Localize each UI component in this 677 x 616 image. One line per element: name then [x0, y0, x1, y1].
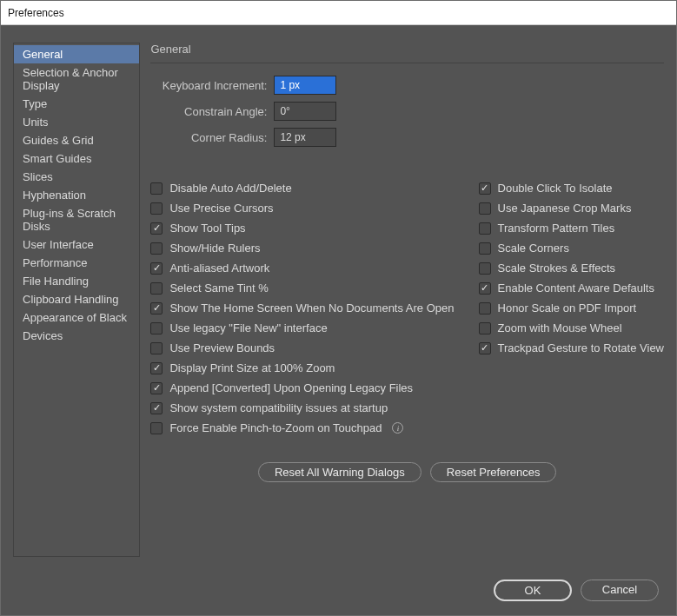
checkbox-row[interactable]: Use Preview Bounds: [150, 341, 454, 354]
section-title: General: [150, 43, 664, 63]
checkbox-label: Disable Auto Add/Delete: [169, 182, 291, 195]
checkbox-row[interactable]: Scale Corners: [479, 242, 664, 255]
checkbox-label: Show The Home Screen When No Documents A…: [169, 301, 454, 315]
checkbox-label: Enable Content Aware Defaults: [498, 282, 654, 295]
checkbox[interactable]: [150, 282, 163, 295]
checkbox-label: Select Same Tint %: [169, 282, 268, 295]
field-constrain-angle: Constrain Angle: 0°: [150, 102, 664, 121]
ok-button[interactable]: OK: [494, 580, 572, 601]
checkbox[interactable]: [479, 242, 491, 255]
checkbox[interactable]: [479, 262, 491, 275]
sidebar-item-type[interactable]: Type: [14, 95, 139, 113]
checkbox-label: Use Precise Cursors: [169, 202, 273, 215]
checkbox[interactable]: [150, 222, 163, 235]
checkbox[interactable]: [150, 382, 163, 394]
checkbox-label: Use Japanese Crop Marks: [498, 202, 632, 215]
checkbox[interactable]: [150, 182, 163, 195]
checkbox-row[interactable]: Zoom with Mouse Wheel: [479, 321, 664, 334]
checkbox-label: Anti-aliased Artwork: [169, 262, 269, 275]
input-keyboard-increment[interactable]: 1 px: [274, 76, 336, 95]
sidebar-item-units[interactable]: Units: [14, 113, 139, 131]
sidebar-item-appearance-of-black[interactable]: Appearance of Black: [14, 308, 139, 327]
checkbox[interactable]: [150, 362, 163, 374]
label-corner-radius: Corner Radius:: [150, 131, 267, 144]
cancel-button[interactable]: Cancel: [581, 580, 659, 601]
checkbox-label: Show Tool Tips: [169, 222, 245, 235]
checkbox[interactable]: [150, 242, 163, 255]
sidebar-item-smart-guides[interactable]: Smart Guides: [14, 149, 139, 168]
checkbox[interactable]: [150, 402, 163, 414]
checkbox-label: Show/Hide Rulers: [169, 242, 260, 255]
dialog-body: GeneralSelection & Anchor DisplayTypeUni…: [1, 25, 676, 615]
checkbox-label: Scale Strokes & Effects: [498, 262, 616, 275]
checkbox-label: Honor Scale on PDF Import: [498, 301, 637, 315]
checkbox[interactable]: [150, 262, 163, 275]
checkbox[interactable]: [479, 302, 491, 315]
checkbox-label: Display Print Size at 100% Zoom: [169, 361, 335, 374]
checkbox-row[interactable]: Anti-aliased Artwork: [150, 262, 454, 275]
checkbox[interactable]: [150, 422, 163, 434]
field-keyboard-increment: Keyboard Increment: 1 px: [150, 76, 664, 95]
checkbox-label: Trackpad Gesture to Rotate View: [498, 341, 664, 354]
main-panel: General Keyboard Increment: 1 px Constra…: [150, 43, 664, 569]
sidebar-item-user-interface[interactable]: User Interface: [14, 235, 139, 254]
checkbox-column-left: Disable Auto Add/DeleteUse Precise Curso…: [150, 182, 454, 434]
checkbox-row[interactable]: Honor Scale on PDF Import: [479, 301, 664, 315]
checkbox-row[interactable]: Show Tool Tips: [150, 222, 454, 235]
reset-buttons-row: Reset All Warning Dialogs Reset Preferen…: [150, 462, 664, 482]
checkbox-row[interactable]: Enable Content Aware Defaults: [479, 282, 664, 295]
sidebar-item-selection-anchor-display[interactable]: Selection & Anchor Display: [14, 63, 139, 95]
reset-preferences-button[interactable]: Reset Preferences: [430, 462, 557, 482]
checkbox[interactable]: [479, 322, 491, 334]
checkbox[interactable]: [479, 202, 491, 215]
checkbox-row[interactable]: Transform Pattern Tiles: [479, 222, 664, 235]
checkbox-row[interactable]: Use legacy "File New" interface: [150, 321, 454, 334]
checkbox[interactable]: [150, 202, 163, 215]
input-corner-radius[interactable]: 12 px: [274, 128, 336, 147]
sidebar-item-file-handling[interactable]: File Handling: [14, 272, 139, 290]
sidebar-item-clipboard-handling[interactable]: Clipboard Handling: [14, 290, 139, 308]
checkbox-row[interactable]: Use Japanese Crop Marks: [479, 202, 664, 215]
checkbox-row[interactable]: Append [Converted] Upon Opening Legacy F…: [150, 381, 454, 394]
checkbox-row[interactable]: Disable Auto Add/Delete: [150, 182, 454, 195]
checkbox-row[interactable]: Force Enable Pinch-to-Zoom on Touchpadi: [150, 421, 454, 434]
checkbox-label: Use Preview Bounds: [169, 341, 275, 354]
preferences-window: Preferences GeneralSelection & Anchor Di…: [0, 0, 677, 616]
checkbox-row[interactable]: Show system compatibility issues at star…: [150, 401, 454, 414]
checkbox[interactable]: [479, 222, 491, 235]
sidebar-item-general[interactable]: General: [14, 45, 139, 63]
checkbox-row[interactable]: Show The Home Screen When No Documents A…: [150, 301, 454, 315]
checkbox-label: Zoom with Mouse Wheel: [498, 321, 622, 334]
checkbox-label: Scale Corners: [498, 242, 569, 255]
label-keyboard-increment: Keyboard Increment:: [150, 79, 267, 92]
checkbox-row[interactable]: Trackpad Gesture to Rotate View: [479, 341, 664, 354]
checkbox[interactable]: [150, 342, 163, 354]
checkbox[interactable]: [150, 302, 163, 315]
titlebar: Preferences: [1, 1, 676, 25]
sidebar-item-performance[interactable]: Performance: [14, 254, 139, 272]
info-icon[interactable]: i: [392, 422, 403, 434]
checkbox-row[interactable]: Use Precise Cursors: [150, 202, 454, 215]
checkbox-label: Double Click To Isolate: [498, 182, 613, 195]
checkbox[interactable]: [479, 182, 491, 195]
checkbox-label: Use legacy "File New" interface: [169, 321, 327, 334]
checkbox[interactable]: [150, 322, 163, 334]
sidebar-item-plug-ins-scratch-disks[interactable]: Plug-ins & Scratch Disks: [14, 204, 139, 235]
checkbox-row[interactable]: Display Print Size at 100% Zoom: [150, 361, 454, 374]
checkbox-label: Force Enable Pinch-to-Zoom on Touchpad: [169, 421, 382, 434]
checkbox-row[interactable]: Select Same Tint %: [150, 282, 454, 295]
checkbox-row[interactable]: Double Click To Isolate: [479, 182, 664, 195]
sidebar-item-devices[interactable]: Devices: [14, 327, 139, 345]
field-corner-radius: Corner Radius: 12 px: [150, 128, 664, 147]
sidebar-item-guides-grid[interactable]: Guides & Grid: [14, 131, 139, 149]
sidebar-item-slices[interactable]: Slices: [14, 168, 139, 186]
checkbox-row[interactable]: Scale Strokes & Effects: [479, 262, 664, 275]
checkbox[interactable]: [479, 282, 491, 295]
checkbox-area: Disable Auto Add/DeleteUse Precise Curso…: [150, 182, 664, 434]
sidebar-item-hyphenation[interactable]: Hyphenation: [14, 186, 139, 204]
input-constrain-angle[interactable]: 0°: [274, 102, 336, 121]
checkbox[interactable]: [479, 342, 491, 354]
reset-all-warning-dialogs-button[interactable]: Reset All Warning Dialogs: [258, 462, 421, 482]
checkbox-label: Transform Pattern Tiles: [498, 222, 615, 235]
checkbox-row[interactable]: Show/Hide Rulers: [150, 242, 454, 255]
